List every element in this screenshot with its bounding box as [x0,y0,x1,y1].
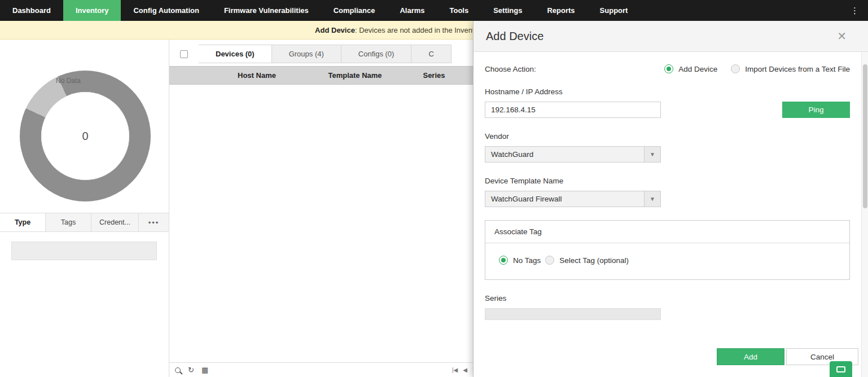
device-template-label: Device Template Name [485,177,850,185]
select-all-checkbox[interactable] [180,50,188,58]
device-template-value: WatchGuard Firewall [485,191,644,207]
nav-settings[interactable]: Settings [481,0,534,21]
radio-add-device[interactable]: Add Device [664,64,717,73]
add-button[interactable]: Add [717,348,784,365]
radio-add-device-label: Add Device [678,65,717,73]
table-toolbar: ↻ ▦ |◀ ◀ [169,362,473,377]
nav-dashboard[interactable]: Dashboard [0,0,63,21]
tab-groups[interactable]: Groups (4) [272,45,341,63]
radio-select-tag[interactable]: Select Tag (optional) [545,256,629,265]
sidebar-tab-type[interactable]: Type [0,213,46,231]
action-radio-group: Add Device Import Devices from a Text Fi… [664,64,850,73]
sidebar-tabs: Type Tags Credent... ••• [0,213,169,232]
radio-select-tag-icon[interactable] [545,256,554,265]
tab-truncated[interactable]: C [411,45,451,63]
sidebar-tab-credentials[interactable]: Credent... [91,213,139,231]
sidebar-filter-box[interactable] [11,242,157,260]
panel-scrollbar[interactable] [861,52,868,377]
hostname-input[interactable] [485,102,661,118]
top-nav: Dashboard Inventory Config Automation Fi… [0,0,868,21]
search-icon[interactable] [175,367,181,373]
pagination: |◀ ◀ [452,367,467,373]
dialog-title: Add Device [486,30,543,43]
donut-no-data-label: No Data [56,77,81,85]
column-series: Series [395,71,473,80]
sidebar-tab-tags[interactable]: Tags [46,213,91,231]
hostname-row: Ping [485,102,850,118]
nav-inventory[interactable]: Inventory [63,0,121,21]
associate-tag-label: Associate Tag [485,221,849,243]
radio-import-devices-label: Import Devices from a Text File [745,65,850,73]
banner-title: Add Device [315,26,355,34]
dialog-header: Add Device ✕ [474,21,868,52]
associate-tag-box: Associate Tag No Tags Select Tag (option… [485,220,850,280]
vendor-label: Vendor [485,132,850,141]
sidebar-more-button[interactable]: ••• [139,213,169,231]
tab-devices[interactable]: Devices (0) [199,45,272,63]
column-host-name: Host Name [199,71,315,80]
inventory-tab-row: Devices (0) Groups (4) Configs (0) C [169,45,473,63]
radio-import-devices-icon[interactable] [731,64,740,73]
vendor-dropdown[interactable]: WatchGuard ▼ [485,146,661,163]
ping-button[interactable]: Ping [782,102,850,118]
checkbox-cell [169,45,199,63]
inventory-table: Devices (0) Groups (4) Configs (0) C Hos… [169,40,473,377]
donut-value: 0 [41,92,129,180]
first-page-icon[interactable]: |◀ [452,367,458,373]
hostname-label: Hostname / IP Address [485,87,850,96]
vendor-value: WatchGuard [485,147,644,162]
sidebar: No Data 0 Type Tags Credent... ••• [0,40,169,377]
column-template-name: Template Name [315,71,395,80]
radio-no-tags-icon[interactable] [499,256,508,265]
radio-add-device-icon[interactable] [664,64,673,73]
nav-alarms[interactable]: Alarms [387,0,437,21]
choose-action-label: Choose Action: [485,65,536,73]
tab-configs[interactable]: Configs (0) [341,45,412,63]
chevron-down-icon[interactable]: ▼ [644,147,660,162]
series-label: Series [485,294,850,303]
radio-import-devices[interactable]: Import Devices from a Text File [731,64,850,73]
grid-view-icon[interactable]: ▦ [201,366,208,374]
window-icon [836,366,845,372]
chevron-down-icon[interactable]: ▼ [644,191,660,207]
series-input [485,308,661,320]
donut-chart: 0 [20,71,151,201]
radio-no-tags[interactable]: No Tags [499,256,541,265]
nav-reports[interactable]: Reports [534,0,587,21]
table-header: Host Name Template Name Series [169,66,473,85]
toolbar-icons: ↻ ▦ [175,366,208,374]
nav-compliance[interactable]: Compliance [321,0,388,21]
dialog-body: Choose Action: Add Device Import Devices… [474,52,868,320]
nav-config-automation[interactable]: Config Automation [121,0,212,21]
radio-select-tag-label: Select Tag (optional) [559,256,629,265]
close-icon[interactable]: ✕ [837,29,847,43]
choose-action-row: Choose Action: Add Device Import Devices… [485,64,850,73]
feedback-widget-button[interactable] [830,361,852,377]
scrollbar-thumb[interactable] [863,64,867,208]
associate-tag-options: No Tags Select Tag (optional) [485,243,849,279]
add-device-dialog: Add Device ✕ Choose Action: Add Device I… [473,21,868,377]
nav-tools[interactable]: Tools [437,0,481,21]
nav-firmware-vulnerabilities[interactable]: Firmware Vulnerabilities [212,0,321,21]
more-menu-icon[interactable]: ⋮ [841,0,868,21]
refresh-icon[interactable]: ↻ [188,366,194,374]
device-template-dropdown[interactable]: WatchGuard Firewall ▼ [485,191,661,207]
nav-support[interactable]: Support [588,0,641,21]
prev-page-icon[interactable]: ◀ [463,367,467,373]
radio-no-tags-label: No Tags [513,256,541,265]
